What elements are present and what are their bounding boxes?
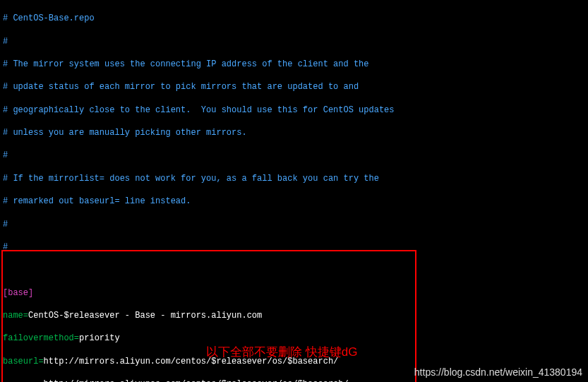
comment-line: # remarked out baseurl= line instead. (3, 196, 585, 207)
comment-line: # If the mirrorlist= does not work for y… (3, 173, 585, 184)
comment-line: # geographically close to the client. Yo… (3, 105, 585, 116)
val: CentOS-$releasever - Base - mirrors.aliy… (28, 311, 262, 321)
comment-line: # (3, 36, 585, 47)
comment-line: # (3, 150, 585, 161)
val: priority (79, 333, 120, 343)
val: http://mirrors.aliyun.com/centos/$releas… (44, 357, 339, 366)
key: failovermethod= (3, 333, 79, 343)
comment-line: # CentOS-Base.repo (3, 13, 585, 24)
comment-line: # The mirror system uses the connecting … (3, 59, 585, 70)
comment-line: # (3, 241, 585, 253)
url-line: http://mirrors.aliyuncs.com/centos/$rele… (3, 378, 585, 382)
blank-line (3, 264, 585, 275)
terminal-editor[interactable]: # CentOS-Base.repo # # The mirror system… (0, 0, 588, 382)
key: baseurl= (3, 357, 44, 366)
section-base: [base] (3, 287, 585, 299)
cfg-line: failovermethod=priority (3, 333, 585, 344)
comment-line: # unless you are manually picking other … (3, 127, 585, 138)
comment-line: # (3, 219, 585, 230)
cfg-line: baseurl=http://mirrors.aliyun.com/centos… (3, 356, 585, 367)
key: name= (3, 311, 28, 321)
cfg-line: name=CentOS-$releasever - Base - mirrors… (3, 310, 585, 321)
comment-line: # update status of each mirror to pick m… (3, 81, 585, 92)
